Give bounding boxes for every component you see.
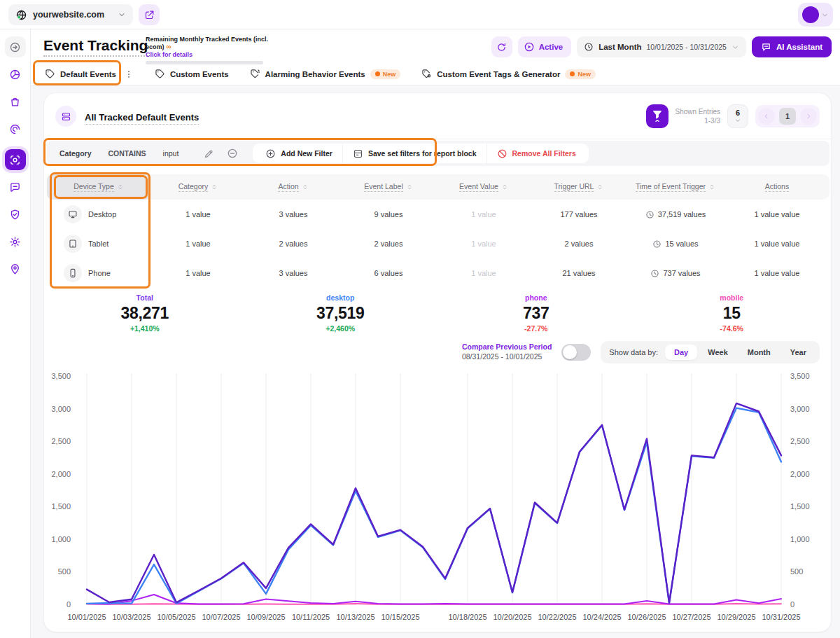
x-axis-label: 10/11/2025 <box>292 613 330 621</box>
refresh-button[interactable] <box>491 36 512 57</box>
remove-all-filters-button[interactable]: Remove All Filters <box>487 144 586 163</box>
sidebar-item-visitor-location[interactable] <box>5 258 26 279</box>
filter-operator[interactable]: CONTAINS <box>108 149 146 158</box>
user-menu[interactable] <box>798 3 833 27</box>
plus-circle-icon <box>265 148 276 159</box>
ban-icon <box>497 148 507 159</box>
show-by-option-year[interactable]: Year <box>781 345 816 360</box>
remove-filter-button[interactable] <box>223 144 241 162</box>
event-value-cell: 1 value <box>436 210 531 219</box>
compare-toggle[interactable] <box>561 344 591 361</box>
compare-range: 08/31/2025 - 10/01/2025 <box>462 352 552 362</box>
sidebar-item-ecommerce[interactable] <box>5 91 26 112</box>
x-axis-label: 10/24/2025 <box>582 613 621 621</box>
prev-page-button[interactable] <box>758 108 775 125</box>
x-axis-label: 10/03/2025 <box>112 613 150 621</box>
show-by-option-month[interactable]: Month <box>738 345 780 360</box>
tracking-status-button[interactable]: Active <box>518 36 572 57</box>
kebab-menu-icon[interactable] <box>124 69 134 79</box>
action-cell: 3 values <box>246 210 341 219</box>
filter-value[interactable]: input <box>163 149 179 158</box>
chevron-left-icon <box>762 112 771 120</box>
avatar <box>802 6 819 23</box>
sidebar-item-feedback[interactable] <box>5 176 26 197</box>
events-line-chart[interactable]: 10/01/202510/03/202510/05/202510/07/2025… <box>46 370 831 630</box>
add-new-filter-button[interactable]: Add New Filter <box>255 144 343 163</box>
filter-button[interactable] <box>646 104 668 128</box>
chat-icon <box>761 42 771 53</box>
column-header-action[interactable]: Action <box>246 174 341 200</box>
stat-label: phone <box>438 293 634 302</box>
filter-actions: Add New Filter Save set filters for repo… <box>253 144 588 163</box>
clock-icon <box>650 269 659 278</box>
tab-custom-events[interactable]: Custom Events <box>153 63 230 85</box>
y-axis-label: 1,500 <box>790 502 810 511</box>
table-row-desktop[interactable]: Desktop 1 value 3 values 9 values 1 valu… <box>47 200 830 229</box>
save-filters-button[interactable]: Save set filters for report block <box>343 144 487 163</box>
pie-chart-icon <box>9 69 21 81</box>
device-cell: Phone <box>47 264 150 282</box>
column-header-category[interactable]: Category <box>150 174 246 200</box>
filter-field[interactable]: Category <box>59 149 92 158</box>
column-header-event-value[interactable]: Event Value <box>436 174 531 200</box>
ai-assistant-label: AI Assistant <box>776 43 822 51</box>
toggle-knob <box>563 345 577 359</box>
remaining-details-link[interactable]: Click for details <box>146 51 272 58</box>
sidebar-item-security[interactable] <box>5 204 26 225</box>
page-size-select[interactable]: 6 <box>727 104 748 128</box>
open-site-button[interactable] <box>139 4 160 25</box>
show-by-option-week[interactable]: Week <box>699 345 737 360</box>
device-label: Tablet <box>88 240 108 248</box>
refresh-icon <box>496 42 507 53</box>
ai-assistant-button[interactable]: AI Assistant <box>752 36 832 57</box>
chart-controls: Compare Previous Period 08/31/2025 - 10/… <box>462 341 820 363</box>
gear-icon <box>9 236 21 248</box>
gauge-icon <box>9 123 21 135</box>
column-label: Time of Event Trigger <box>636 182 706 192</box>
compare-previous-period[interactable]: Compare Previous Period 08/31/2025 - 10/… <box>462 342 552 361</box>
sidebar-item-analytics[interactable] <box>5 64 26 85</box>
sidebar-item-settings[interactable] <box>5 231 26 252</box>
x-axis-label: 10/18/2025 <box>448 613 486 621</box>
column-header-trigger-url[interactable]: Trigger URL <box>531 174 626 200</box>
table-row-tablet[interactable]: Tablet 1 value 2 values 2 values 1 value… <box>47 229 830 258</box>
time-of-trigger-cell: 15 values <box>626 240 724 249</box>
shield-check-icon <box>9 209 21 221</box>
scan-eye-icon <box>9 154 21 166</box>
table-header-row: Device TypeCategoryActionEvent LabelEven… <box>47 174 830 200</box>
next-page-button[interactable] <box>800 108 817 125</box>
tag-icon <box>45 69 55 79</box>
panel-title: All Tracked Default Events <box>85 112 199 125</box>
period-label: Last Month <box>598 43 641 51</box>
column-header-event-label[interactable]: Event Label <box>341 174 436 200</box>
sidebar-item-sessions[interactable] <box>5 118 26 139</box>
save-icon <box>353 148 363 159</box>
stat-label: mobile <box>634 293 830 302</box>
tab-label: Alarming Behavior Events <box>265 70 365 78</box>
shown-entries: Shown Entries 1-3/3 <box>676 107 720 126</box>
x-axis-label: 10/29/2025 <box>717 613 755 621</box>
sidebar-item-collapse[interactable] <box>5 36 26 57</box>
category-cell: 1 value <box>150 210 246 219</box>
remove-all-filters-label: Remove All Filters <box>512 149 576 158</box>
line-chart-canvas[interactable]: 10/01/202510/03/202510/05/202510/07/2025… <box>46 370 831 630</box>
stat-delta: +2,460% <box>243 324 439 333</box>
column-header-device-type[interactable]: Device Type <box>47 174 150 200</box>
tab-alarming-behavior-events[interactable]: Alarming Behavior EventsNew <box>248 63 402 85</box>
tab-default-events[interactable]: Default Events <box>43 63 135 85</box>
edit-filter-button[interactable] <box>200 144 218 162</box>
orange-dot-icon <box>570 71 575 76</box>
remaining-label: Remaining Monthly Tracked Events (incl. … <box>146 36 268 50</box>
x-axis-label: 10/31/2025 <box>762 613 800 621</box>
date-range-picker[interactable]: Last Month 10/01/2025 - 10/31/2025 <box>577 36 746 57</box>
column-header-time-of-event-trigger[interactable]: Time of Event Trigger <box>626 174 724 200</box>
event-label-cell: 9 values <box>341 210 436 219</box>
table-row-phone[interactable]: Phone 1 value 3 values 6 values 1 value … <box>47 258 830 288</box>
sidebar-item-event-tracking[interactable] <box>5 149 26 170</box>
stat-mobile: mobile 15 -74.6% <box>634 291 830 338</box>
show-by-option-day[interactable]: Day <box>665 345 697 360</box>
period-range: 10/01/2025 - 10/31/2025 <box>647 43 727 51</box>
site-selector[interactable]: yourwebsite.com <box>8 4 133 25</box>
column-label: Category <box>178 182 209 192</box>
tab-custom-event-tags-generator[interactable]: Custom Event Tags & GeneratorNew <box>420 63 597 85</box>
